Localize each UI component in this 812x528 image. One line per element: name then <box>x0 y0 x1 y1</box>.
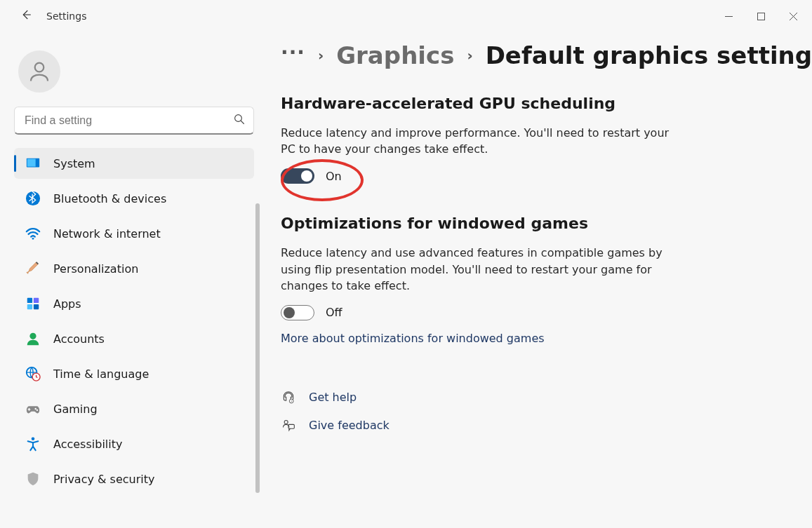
svg-text:?: ? <box>291 400 292 403</box>
sidebar-item-time-language[interactable]: Time & language <box>14 358 254 389</box>
toggle-gpu-scheduling[interactable] <box>281 168 314 184</box>
svg-rect-15 <box>34 304 39 309</box>
profile-block[interactable] <box>14 41 260 100</box>
get-help-label: Get help <box>309 391 357 404</box>
section-title-gpu: Hardware-accelerated GPU scheduling <box>281 95 770 112</box>
svg-point-24 <box>284 420 288 424</box>
sidebar-item-apps[interactable]: Apps <box>14 288 254 319</box>
svg-point-11 <box>32 238 34 240</box>
sidebar-item-label: Gaming <box>53 402 98 416</box>
give-feedback-link[interactable]: Give feedback <box>281 418 770 433</box>
wifi-icon <box>25 226 41 241</box>
svg-point-20 <box>36 409 38 411</box>
breadcrumb-parent[interactable]: Graphics <box>336 41 454 69</box>
shield-icon <box>25 471 41 487</box>
sidebar-item-label: Personalization <box>53 262 138 276</box>
get-help-link[interactable]: ? Get help <box>281 390 770 405</box>
system-icon <box>25 156 41 171</box>
link-windowed-more[interactable]: More about optimizations for windowed ga… <box>281 332 545 345</box>
sidebar-item-label: Network & internet <box>53 227 161 241</box>
svg-point-21 <box>32 437 35 440</box>
sidebar-item-network[interactable]: Network & internet <box>14 218 254 249</box>
breadcrumb-current: Default graphics settings <box>486 41 812 69</box>
sidebar-item-accessibility[interactable]: Accessibility <box>14 428 254 459</box>
nav-list: System Bluetooth & devices Network & int… <box>14 146 260 496</box>
help-icon: ? <box>281 390 296 405</box>
app-title: Settings <box>46 11 86 22</box>
sidebar-item-label: Time & language <box>53 367 149 381</box>
svg-rect-12 <box>27 298 32 303</box>
sidebar-item-label: Bluetooth & devices <box>53 192 166 205</box>
sidebar-item-label: Accounts <box>53 332 105 346</box>
svg-point-19 <box>34 408 36 409</box>
sidebar-item-system[interactable]: System <box>14 148 254 179</box>
svg-rect-14 <box>27 304 32 309</box>
breadcrumb: ··· › Graphics › Default graphics settin… <box>281 41 770 69</box>
main-content: ··· › Graphics › Default graphics settin… <box>260 27 812 528</box>
breadcrumb-overflow[interactable]: ··· <box>281 41 305 69</box>
sidebar-item-personalization[interactable]: Personalization <box>14 253 254 284</box>
toggle-gpu-label: On <box>326 170 342 183</box>
sidebar-item-accounts[interactable]: Accounts <box>14 323 254 354</box>
svg-point-5 <box>35 63 44 72</box>
accounts-icon <box>25 331 41 346</box>
back-button[interactable] <box>20 8 32 24</box>
section-desc-gpu: Reduce latency and improve performance. … <box>281 125 674 157</box>
avatar <box>18 50 60 93</box>
sidebar-item-privacy[interactable]: Privacy & security <box>14 463 254 494</box>
bluetooth-icon <box>25 191 41 206</box>
section-desc-windowed: Reduce latency and use advanced features… <box>281 245 674 294</box>
section-title-windowed: Optimizations for windowed games <box>281 215 770 232</box>
give-feedback-label: Give feedback <box>309 419 390 432</box>
svg-point-6 <box>235 115 242 122</box>
toggle-windowed-label: Off <box>326 306 342 319</box>
sidebar-item-bluetooth[interactable]: Bluetooth & devices <box>14 183 254 214</box>
sidebar-item-label: Accessibility <box>53 438 122 451</box>
svg-point-16 <box>29 333 36 339</box>
search-icon <box>233 113 246 128</box>
chevron-right-icon: › <box>318 47 324 64</box>
sidebar-scrollbar[interactable] <box>255 203 260 493</box>
sidebar-item-label: Apps <box>53 297 81 311</box>
globe-clock-icon <box>25 366 41 381</box>
sidebar-item-label: System <box>53 157 95 170</box>
sidebar-item-gaming[interactable]: Gaming <box>14 393 254 424</box>
sidebar: System Bluetooth & devices Network & int… <box>0 27 260 528</box>
accessibility-icon <box>25 436 41 452</box>
gamepad-icon <box>25 401 41 417</box>
feedback-icon <box>281 418 296 433</box>
brush-icon <box>25 261 41 276</box>
search-input[interactable] <box>14 107 254 135</box>
svg-rect-13 <box>34 298 39 303</box>
svg-rect-9 <box>27 159 36 167</box>
sidebar-item-label: Privacy & security <box>53 473 154 486</box>
toggle-windowed-optimizations[interactable] <box>281 305 314 320</box>
svg-point-10 <box>26 191 40 205</box>
chevron-right-icon: › <box>467 47 472 64</box>
svg-line-7 <box>241 121 244 124</box>
apps-icon <box>25 296 41 311</box>
